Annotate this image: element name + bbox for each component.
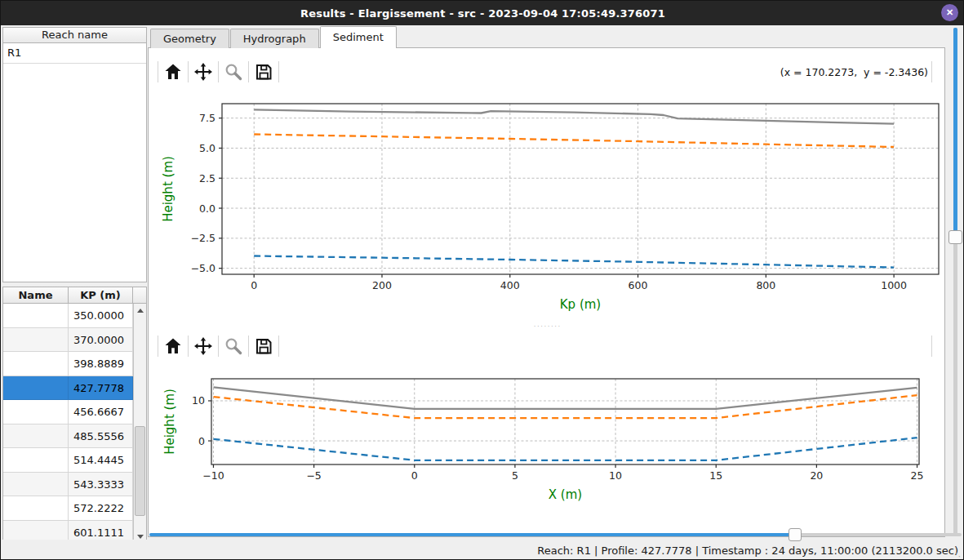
pan-button[interactable]	[189, 60, 218, 84]
zoom-button[interactable]	[219, 334, 248, 358]
svg-text:800: 800	[756, 279, 775, 291]
svg-text:1000: 1000	[881, 279, 907, 291]
cell-kp[interactable]: 398.8889	[69, 352, 133, 376]
cell-name[interactable]	[3, 473, 69, 497]
home-button[interactable]	[158, 334, 188, 358]
profile-slider[interactable]	[948, 28, 962, 536]
window-title: Results - Elargissement - src - 2023-09-…	[300, 7, 665, 20]
home-icon	[163, 336, 183, 356]
svg-text:5.0: 5.0	[199, 142, 215, 154]
svg-text:0: 0	[411, 469, 418, 482]
triangle-up-icon	[137, 309, 144, 313]
cell-kp[interactable]: 370.0000	[69, 328, 133, 353]
reach-list[interactable]: R1	[2, 42, 147, 282]
save-button[interactable]	[249, 60, 278, 84]
svg-text:7.5: 7.5	[199, 112, 215, 124]
tab-hydrograph[interactable]: Hydrograph	[230, 29, 319, 48]
svg-text:Kp (m): Kp (m)	[560, 297, 601, 312]
list-item-reach[interactable]: R1	[3, 43, 146, 64]
home-icon	[163, 62, 183, 82]
pan-icon	[193, 336, 213, 356]
plot-toolbar-bottom	[158, 332, 279, 360]
table-row[interactable]: 456.6667	[3, 400, 133, 424]
zoom-button[interactable]	[219, 60, 248, 84]
toolbar-separator	[278, 336, 279, 357]
svg-text:0: 0	[198, 435, 205, 447]
svg-text:15: 15	[709, 469, 722, 482]
series-orange-dashed-middle	[254, 135, 894, 148]
cell-kp[interactable]: 485.5556	[69, 424, 133, 449]
scrollbar-thumb[interactable]	[135, 426, 145, 516]
slider-handle[interactable]	[948, 230, 962, 244]
column-header-kp[interactable]: KP (m)	[69, 287, 133, 303]
table-row[interactable]: 427.7778	[3, 376, 133, 401]
splitter-handle[interactable]: ········	[491, 324, 605, 331]
table-row[interactable]: 398.8889	[3, 352, 133, 376]
svg-text:10: 10	[609, 469, 622, 482]
cell-name[interactable]	[3, 448, 69, 473]
table-scrollbar[interactable]	[133, 304, 146, 543]
table-row[interactable]: 514.4445	[3, 448, 133, 473]
titlebar: Results - Elargissement - src - 2023-09-…	[1, 1, 964, 25]
series-blue-dashed-lower	[254, 256, 894, 268]
cell-name[interactable]	[3, 352, 69, 376]
svg-text:Height (m): Height (m)	[161, 156, 175, 222]
table-row[interactable]: 485.5556	[3, 424, 133, 449]
status-text: Reach: R1 | Profile: 427.7778 | Timestam…	[537, 544, 958, 557]
plot-canvas-kp-profile[interactable]: 02004006008001000−5.0−2.50.02.55.07.5Kp …	[150, 89, 944, 327]
svg-text:Height (m): Height (m)	[162, 389, 177, 455]
close-button[interactable]: ✕	[941, 4, 958, 21]
svg-text:−10: −10	[202, 469, 224, 482]
close-icon: ✕	[946, 7, 953, 18]
save-icon	[254, 62, 273, 82]
svg-text:200: 200	[372, 279, 392, 291]
status-bar: Reach: R1 | Profile: 427.7778 | Timestam…	[1, 540, 964, 560]
tab-geometry[interactable]: Geometry	[150, 29, 229, 48]
magnifier-icon	[224, 336, 243, 356]
pan-button[interactable]	[189, 334, 218, 358]
svg-text:−5: −5	[306, 469, 321, 482]
table-row[interactable]: 572.2222	[3, 496, 133, 521]
cursor-coordinates-readout: (x = 170.2273, y = -2.3436)	[678, 66, 928, 78]
cell-name[interactable]	[3, 400, 69, 424]
cell-name[interactable]	[3, 496, 69, 521]
cell-name[interactable]	[3, 304, 69, 328]
svg-text:−5.0: −5.0	[191, 262, 215, 274]
scroll-up-arrow[interactable]	[134, 304, 146, 317]
timestamp-slider[interactable]	[149, 528, 962, 541]
svg-text:25: 25	[911, 469, 924, 482]
cell-kp[interactable]: 456.6667	[69, 400, 133, 424]
pan-icon	[193, 62, 213, 82]
home-button[interactable]	[158, 60, 188, 84]
svg-text:20: 20	[810, 469, 823, 482]
save-button[interactable]	[249, 334, 278, 358]
cell-kp[interactable]: 572.2222	[69, 496, 133, 521]
table-row[interactable]: 350.0000	[3, 304, 133, 328]
table-row[interactable]: 543.3333	[3, 473, 133, 497]
toolbar-separator	[931, 336, 932, 357]
toolbar-separator	[278, 61, 279, 82]
svg-text:600: 600	[629, 279, 648, 291]
svg-text:400: 400	[500, 279, 520, 291]
slider-handle[interactable]	[789, 528, 802, 541]
table-row[interactable]: 370.0000	[3, 328, 133, 353]
toolbar-separator	[931, 61, 932, 82]
cell-kp[interactable]: 543.3333	[69, 473, 133, 497]
series-gray-solid-upper	[254, 109, 894, 123]
cell-kp[interactable]: 514.4445	[69, 448, 133, 473]
svg-text:2.5: 2.5	[199, 172, 215, 184]
cell-kp[interactable]: 350.0000	[69, 304, 133, 328]
resize-grip[interactable]: ⋱	[955, 553, 964, 560]
cell-name[interactable]	[3, 328, 69, 353]
column-header-name[interactable]: Name	[3, 287, 69, 303]
cell-name[interactable]	[3, 424, 69, 449]
table-header-row: Name KP (m)	[3, 287, 146, 304]
save-icon	[254, 336, 273, 356]
cell-name[interactable]	[3, 376, 69, 401]
series-blue-dashed-bed	[214, 438, 917, 460]
cell-kp[interactable]: 427.7778	[69, 376, 133, 401]
tab-sediment[interactable]: Sediment	[320, 26, 397, 48]
slider-fill	[953, 28, 957, 237]
plot-canvas-cross-section[interactable]: −10−50510152025010X (m)Height (m)	[150, 362, 944, 508]
slider-fill	[149, 533, 795, 536]
